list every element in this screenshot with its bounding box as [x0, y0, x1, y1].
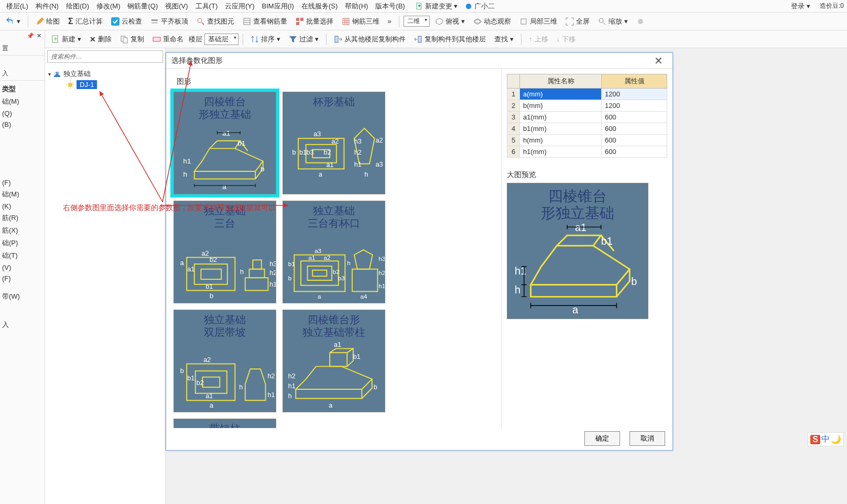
- zoom-button[interactable]: 缩放 ▾: [595, 15, 631, 28]
- shape-card-double-slope[interactable]: 独立基础 双层带坡 a2 bb1b2 aa1 h2h1h: [173, 310, 276, 412]
- tree-child-dj1[interactable]: DJ-1: [64, 80, 162, 90]
- pin-icon[interactable]: 📌: [27, 32, 34, 39]
- toolbar-end-icon[interactable]: [633, 16, 648, 27]
- shape-card-cup[interactable]: 杯形基础 bb1b3b2 a3a2 aa1 a2h3h2h1a3h: [283, 92, 385, 194]
- flattop-icon: [150, 17, 159, 26]
- batchselect-button[interactable]: 批量选择: [292, 15, 336, 28]
- toolbar-more[interactable]: »: [385, 16, 395, 27]
- table-row[interactable]: 2b(mm)1200: [507, 100, 667, 112]
- dialog-title: 选择参数化图形: [171, 56, 223, 65]
- dialog-titlebar: 选择参数化图形 ✕: [166, 53, 672, 69]
- shape-card-three-tier[interactable]: 独立基础 三台 a2b2 aa1 b1b h3h2h1 h: [173, 201, 276, 303]
- menu-rebar[interactable]: 钢筋量(Q): [124, 1, 161, 12]
- menu-component[interactable]: 构件(N): [32, 1, 62, 12]
- svg-text:h: h: [364, 171, 368, 178]
- list-item[interactable]: 础(T): [0, 249, 45, 262]
- svg-text:a4: a4: [360, 293, 367, 300]
- new-change-button[interactable]: 新建变更 ▾: [412, 1, 461, 12]
- cancel-button[interactable]: 取消: [629, 431, 665, 446]
- preview-box: 四棱锥台 形独立基础 a1b1 h1h ba: [507, 183, 648, 319]
- view2d-dropdown[interactable]: 二维: [404, 16, 430, 27]
- tree-root[interactable]: ▾ 独立基础: [48, 68, 162, 80]
- draw-button[interactable]: 绘图: [32, 15, 63, 28]
- svg-text:b: b: [374, 384, 377, 391]
- checkrebar-button[interactable]: 查看钢筋量: [240, 15, 290, 28]
- search-input[interactable]: [47, 50, 163, 63]
- menu-tools[interactable]: 工具(T): [192, 1, 221, 12]
- shape-card-frustum[interactable]: 四棱锥台 形独立基础 a1b1 h1h ba: [173, 92, 276, 194]
- table-row[interactable]: 3a1(mm)600: [507, 112, 667, 123]
- list-item[interactable]: (K): [0, 201, 45, 212]
- list-item[interactable]: 础(M): [0, 95, 45, 108]
- menu-modify[interactable]: 修改(M): [93, 1, 124, 12]
- svg-text:b1: b1: [205, 283, 213, 290]
- ok-button[interactable]: 确定: [584, 431, 620, 446]
- sumcalc-button[interactable]: Σ汇总计算: [65, 15, 106, 28]
- menu-view[interactable]: 视图(V): [162, 1, 191, 12]
- menu-draw[interactable]: 绘图(D): [63, 1, 92, 12]
- flattop-button[interactable]: 平齐板顶: [147, 15, 191, 28]
- rebar-icon: [243, 17, 251, 26]
- gear-sun-icon: [66, 81, 74, 89]
- list-item[interactable]: (F): [0, 273, 45, 284]
- svg-text:h1: h1: [378, 282, 385, 289]
- svg-rect-3: [151, 19, 158, 21]
- findelem-button[interactable]: 查找图元: [193, 15, 237, 28]
- login-link[interactable]: 登录 ▾: [788, 1, 813, 12]
- dynview-button[interactable]: 动态观察: [470, 15, 514, 28]
- component-tree: ▾ 独立基础 DJ-1: [45, 65, 165, 93]
- gxe-button[interactable]: 广小二: [462, 1, 498, 12]
- svg-rect-49: [201, 269, 221, 279]
- svg-text:b2: b2: [197, 379, 204, 387]
- menu-help[interactable]: 帮助(H): [342, 1, 371, 12]
- misc-icon: [636, 17, 645, 26]
- svg-text:b2: b2: [210, 256, 217, 264]
- rebar3d-button[interactable]: 钢筋三维: [339, 15, 383, 28]
- svg-text:b: b: [180, 367, 184, 375]
- list-item[interactable]: (F): [0, 177, 45, 188]
- svg-text:h: h: [515, 284, 520, 295]
- menu-version[interactable]: 版本号(B): [372, 1, 408, 12]
- list-item[interactable]: 带(W): [0, 290, 45, 303]
- dialog-close-button[interactable]: ✕: [650, 54, 667, 67]
- topview-button[interactable]: 俯视 ▾: [432, 15, 468, 28]
- menu-bim[interactable]: BIM应用(I): [259, 1, 297, 12]
- cube-icon: [435, 17, 443, 26]
- table-row[interactable]: 6h1(mm)600: [507, 146, 667, 158]
- list-item[interactable]: (V): [0, 262, 45, 273]
- panel-tab-2[interactable]: 入: [0, 67, 45, 81]
- shape-sketch: a2b2 aa1 b1b h3h2h1 h: [174, 229, 276, 301]
- list-item[interactable]: (Q): [0, 108, 45, 119]
- credit-label: 造价豆:0: [820, 2, 844, 10]
- table-row[interactable]: 4b1(mm)600: [507, 123, 667, 135]
- list-item[interactable]: 筋(R): [0, 212, 45, 224]
- table-row[interactable]: 1a(mm)1200: [507, 89, 667, 100]
- svg-text:h: h: [240, 268, 244, 276]
- list-item[interactable]: 础(P): [0, 237, 45, 249]
- ime-badge[interactable]: S 中 🌙: [808, 432, 844, 446]
- menu-floor[interactable]: 楼层(L): [3, 1, 31, 12]
- list-item[interactable]: 础(M): [0, 188, 45, 201]
- local3d-button[interactable]: 局部三维: [516, 15, 560, 28]
- menu-online[interactable]: 在线服务(S): [298, 1, 341, 12]
- list-item[interactable]: 筋(X): [0, 224, 45, 237]
- shape-card-three-tier-cup[interactable]: 独立基础 三台有杯口 a3a1a2 b1bb2b3 a h3h2h1 ha4: [283, 201, 385, 303]
- svg-text:a3: a3: [376, 161, 383, 168]
- fullscreen-button[interactable]: 全屏: [562, 15, 593, 28]
- tree-child-label: DJ-1: [77, 80, 97, 89]
- svg-text:a: a: [210, 402, 213, 409]
- close-panel-icon[interactable]: ✕: [37, 32, 41, 39]
- shape-card-frustum-column[interactable]: 四棱锥台形 独立基础带柱 a1b1 h2h1h ba: [283, 310, 385, 412]
- panel-tab-1[interactable]: 置: [0, 42, 45, 56]
- svg-rect-83: [202, 377, 220, 387]
- undo-button[interactable]: ▾: [3, 16, 24, 27]
- cloudcheck-button[interactable]: 云检查: [108, 15, 145, 28]
- shape-card-short-column-cup[interactable]: 带短柱 杯口独立基础 y2 y1 b x1a h4h3h2h1: [173, 419, 276, 428]
- svg-rect-93: [330, 353, 347, 366]
- table-row[interactable]: 5h(mm)600: [507, 135, 667, 146]
- menu-cloud[interactable]: 云应用(Y): [222, 1, 257, 12]
- list-item[interactable]: 入: [0, 319, 45, 331]
- shape-title: 四棱锥台形 独立基础带柱: [302, 310, 365, 338]
- list-item[interactable]: (B): [0, 119, 45, 130]
- svg-text:a1: a1: [326, 161, 333, 169]
